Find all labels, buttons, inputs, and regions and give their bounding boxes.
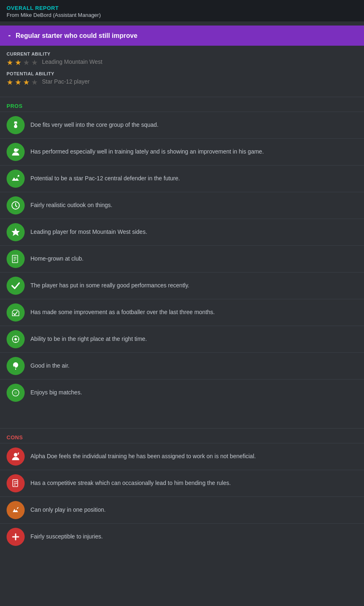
star-filled-1: ★ xyxy=(7,58,14,65)
pros-icon-8 xyxy=(7,303,25,322)
potential-ability-desc: Star Pac-12 player xyxy=(42,78,90,85)
list-item: Has a competitive streak which can occas… xyxy=(0,470,364,496)
header: OVERALL REPORT From Mike DeBord (Assista… xyxy=(0,0,364,21)
current-ability-desc: Leading Mountain West xyxy=(42,58,102,65)
list-item: Doe fits very well into the core group o… xyxy=(0,112,364,138)
list-item: Home-grown at club. xyxy=(0,245,364,272)
pros-text-11: Enjoys big matches. xyxy=(30,389,82,397)
cons-icon-3 xyxy=(7,501,25,519)
pros-text-7: The player has put in some really good p… xyxy=(30,282,190,290)
potential-ability-row: ★ ★ ★ ★ Star Pac-12 player xyxy=(7,78,357,85)
svg-marker-3 xyxy=(12,228,20,236)
pros-text-2: Has performed especially well in trainin… xyxy=(30,148,264,156)
pros-header: PROS xyxy=(0,99,364,112)
list-item: Leading player for most Mountain West si… xyxy=(0,219,364,245)
pros-text-4: Fairly realistic outlook on things. xyxy=(30,201,112,210)
pros-text-9: Ability to be in the right place at the … xyxy=(30,335,147,343)
list-item: Fairly realistic outlook on things. xyxy=(0,192,364,219)
ability-section: CURRENT ABILITY ★ ★ ★ ★ Leading Mountain… xyxy=(0,46,364,95)
pros-text-5: Leading player for most Mountain West si… xyxy=(30,228,147,236)
list-item: Ability to be in the right place at the … xyxy=(0,326,364,352)
pot-star-filled-2: ★ xyxy=(15,78,22,85)
star-empty-1: ★ xyxy=(23,58,30,65)
cons-section: CONS Alpha Doe feels the individual trai… xyxy=(0,430,364,554)
report-title: OVERALL REPORT xyxy=(7,5,357,11)
list-item: Can only play in one position. xyxy=(0,496,364,523)
cons-text-4: Fairly susceptible to injuries. xyxy=(30,533,103,541)
pros-icon-6 xyxy=(7,250,25,268)
pros-icon-11: ! xyxy=(7,384,25,402)
potential-ability-stars: ★ ★ ★ ★ xyxy=(7,78,39,85)
pros-icon-2 xyxy=(7,143,25,161)
banner-dash: - xyxy=(8,31,11,40)
pros-icon-5 xyxy=(7,223,25,241)
pros-text-1: Doe fits very well into the core group o… xyxy=(30,121,158,129)
potential-ability-label: POTENTIAL ABILITY xyxy=(7,71,357,76)
pot-star-filled-1: ★ xyxy=(7,78,14,85)
pros-text-8: Has made some improvement as a footballe… xyxy=(30,308,215,317)
pros-icon-10 xyxy=(7,357,25,375)
list-item: Has performed especially well in trainin… xyxy=(0,138,364,165)
cons-icon-2 xyxy=(7,474,25,492)
list-item: Has made some improvement as a footballe… xyxy=(0,299,364,326)
pros-text-6: Home-grown at club. xyxy=(30,255,83,263)
svg-point-8 xyxy=(14,338,17,340)
list-item: ! Enjoys big matches. xyxy=(0,379,364,406)
pros-icon-9 xyxy=(7,330,25,348)
cons-icon-4 xyxy=(7,528,25,546)
svg-point-21 xyxy=(14,453,18,457)
pros-icon-1 xyxy=(7,116,25,134)
star-filled-2: ★ xyxy=(15,58,22,65)
cons-icon-1 xyxy=(7,448,25,466)
cons-text-1: Alpha Doe feels the individual training … xyxy=(30,452,256,461)
svg-text:!: ! xyxy=(15,391,16,395)
pros-icon-4 xyxy=(7,196,25,214)
list-item: The player has put in some really good p… xyxy=(0,272,364,299)
pros-icon-3 xyxy=(7,170,25,188)
pros-text-3: Potential to be a star Pac-12 central de… xyxy=(30,175,180,183)
list-item: Good in the air. xyxy=(0,352,364,379)
cons-text-3: Can only play in one position. xyxy=(30,506,106,514)
current-ability-row: ★ ★ ★ ★ Leading Mountain West xyxy=(7,58,357,65)
current-ability-stars: ★ ★ ★ ★ xyxy=(7,58,39,65)
cons-text-2: Has a competitive streak which can occas… xyxy=(30,479,231,487)
purple-banner: - Regular starter who could still improv… xyxy=(0,26,364,46)
current-ability-label: CURRENT ABILITY xyxy=(7,51,357,56)
spacer xyxy=(0,410,364,427)
cons-header: CONS xyxy=(0,430,364,443)
list-item: Fairly susceptible to injuries. xyxy=(0,523,364,550)
star-empty-2: ★ xyxy=(31,58,39,65)
pros-section: PROS Doe fits very well into the core gr… xyxy=(0,99,364,410)
from-line: From Mike DeBord (Assistant Manager) xyxy=(7,12,357,18)
pros-text-10: Good in the air. xyxy=(30,362,70,370)
list-item: Potential to be a star Pac-12 central de… xyxy=(0,165,364,192)
pot-star-filled-3: ★ xyxy=(23,78,30,85)
banner-label: Regular starter who could still improve xyxy=(16,32,137,40)
pot-star-empty-1: ★ xyxy=(31,78,39,85)
pros-icon-7 xyxy=(7,277,25,295)
list-item: Alpha Doe feels the individual training … xyxy=(0,443,364,470)
